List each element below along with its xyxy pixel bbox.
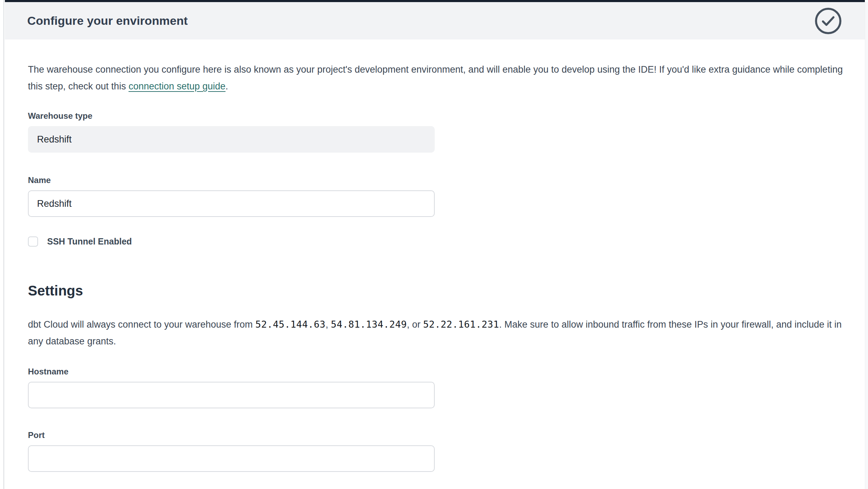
ip-address-3: 52.22.161.231 xyxy=(423,319,499,330)
note-separator-1: , xyxy=(325,319,331,330)
ip-address-2: 54.81.134.249 xyxy=(331,319,407,330)
settings-note: dbt Cloud will always connect to your wa… xyxy=(28,316,849,350)
port-field[interactable] xyxy=(28,445,435,472)
connection-setup-guide-link[interactable]: connection setup guide xyxy=(128,81,226,92)
note-separator-2: , or xyxy=(407,319,423,330)
name-label: Name xyxy=(28,175,435,185)
warehouse-type-group: Warehouse type xyxy=(28,111,435,153)
ssh-tunnel-checkbox[interactable] xyxy=(28,236,38,247)
environment-setup-panel: Configure your environment The warehouse… xyxy=(5,0,865,489)
hostname-label: Hostname xyxy=(28,366,435,377)
settings-heading: Settings xyxy=(28,283,849,299)
scrollbar-track[interactable] xyxy=(865,2,868,489)
hostname-field[interactable] xyxy=(28,382,435,408)
intro-text-after: . xyxy=(226,81,228,92)
panel-header: Configure your environment xyxy=(5,2,865,39)
panel-content: The warehouse connection you configure h… xyxy=(5,39,865,472)
port-label: Port xyxy=(28,430,435,440)
warehouse-type-field xyxy=(28,126,435,153)
ip-address-1: 52.45.144.63 xyxy=(255,319,325,330)
page-title: Configure your environment xyxy=(27,14,188,28)
port-group: Port xyxy=(28,430,435,472)
note-text-before-ips: dbt Cloud will always connect to your wa… xyxy=(28,319,255,330)
name-group: Name xyxy=(28,175,435,217)
hostname-group: Hostname xyxy=(28,366,435,408)
warehouse-type-label: Warehouse type xyxy=(28,111,435,121)
check-circle-icon xyxy=(814,7,843,35)
ssh-tunnel-row: SSH Tunnel Enabled xyxy=(28,236,849,247)
intro-paragraph: The warehouse connection you configure h… xyxy=(28,61,849,95)
name-field[interactable] xyxy=(28,190,435,217)
ssh-tunnel-label: SSH Tunnel Enabled xyxy=(47,236,132,247)
left-page-gutter xyxy=(0,0,4,489)
